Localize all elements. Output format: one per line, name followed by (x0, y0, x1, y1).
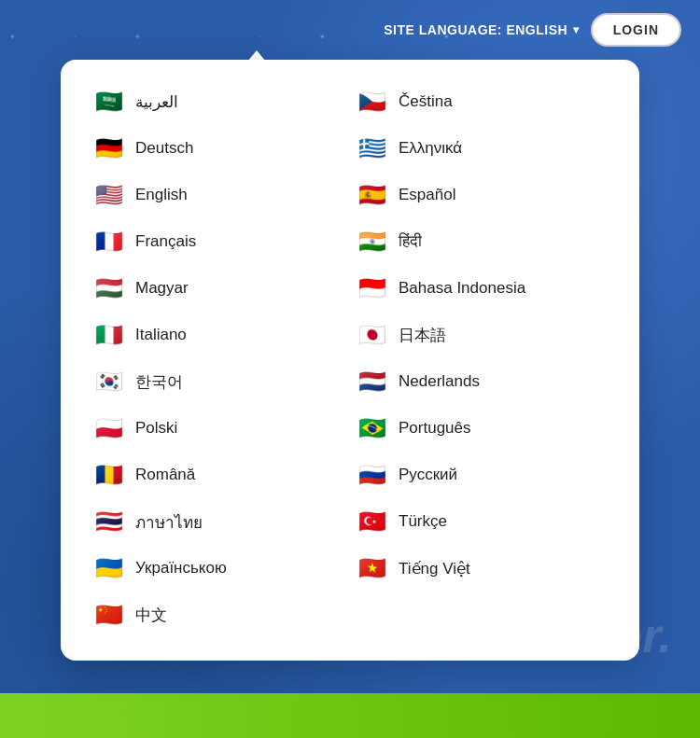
ukrainian-label: Українською (135, 559, 227, 578)
lang-item-polish[interactable]: 🇵🇱Polski (87, 405, 350, 452)
hindi-flag-icon: 🇮🇳 (357, 229, 387, 255)
lang-item-ukrainian[interactable]: 🇺🇦Українською (87, 545, 350, 592)
lang-item-russian[interactable]: 🇷🇺Русский (350, 452, 613, 498)
hindi-label: हिंदी (399, 232, 422, 251)
lang-item-hungarian[interactable]: 🇭🇺Magyar (87, 265, 350, 312)
lang-item-french[interactable]: 🇫🇷Français (87, 218, 350, 265)
lang-item-chinese[interactable]: 🇨🇳中文 (87, 592, 350, 638)
lang-item-vietnamese[interactable]: 🇻🇳Tiếng Việt (350, 545, 613, 592)
turkish-label: Türkçe (399, 512, 447, 531)
turkish-flag-icon: 🇹🇷 (357, 508, 387, 535)
lang-item-czech[interactable]: 🇨🇿Čeština (350, 78, 613, 125)
spanish-label: Español (399, 186, 455, 204)
lang-item-dutch[interactable]: 🇳🇱Nederlands (350, 358, 613, 405)
lang-item-arabic[interactable]: 🇸🇦العربية (87, 78, 350, 125)
japanese-flag-icon: 🇯🇵 (357, 322, 387, 348)
language-dropdown: 🇸🇦العربية🇨🇿Čeština🇩🇪Deutsch🇬🇷Ελληνικά🇺🇸E… (0, 60, 700, 661)
lang-item-german[interactable]: 🇩🇪Deutsch (87, 125, 350, 172)
arabic-flag-icon: 🇸🇦 (94, 89, 124, 115)
czech-flag-icon: 🇨🇿 (357, 89, 387, 115)
lang-item-thai[interactable]: 🇹🇭ภาษาไทย (87, 498, 350, 545)
italian-flag-icon: 🇮🇹 (94, 322, 124, 348)
japanese-label: 日本語 (399, 325, 446, 346)
login-button[interactable]: LOGIN (591, 13, 681, 47)
polish-flag-icon: 🇵🇱 (94, 415, 124, 441)
greek-label: Ελληνικά (399, 139, 462, 158)
vietnamese-flag-icon: 🇻🇳 (357, 555, 387, 581)
spanish-flag-icon: 🇪🇸 (357, 182, 387, 208)
language-grid: 🇸🇦العربية🇨🇿Čeština🇩🇪Deutsch🇬🇷Ελληνικά🇺🇸E… (87, 78, 613, 638)
german-label: Deutsch (135, 139, 193, 158)
indonesian-flag-icon: 🇮🇩 (357, 275, 387, 301)
russian-label: Русский (399, 466, 457, 484)
german-flag-icon: 🇩🇪 (94, 135, 124, 161)
dutch-flag-icon: 🇳🇱 (357, 369, 387, 395)
portuguese-label: Português (399, 419, 471, 438)
russian-flag-icon: 🇷🇺 (357, 462, 387, 488)
english-label: English (135, 186, 188, 204)
lang-item-turkish[interactable]: 🇹🇷Türkçe (350, 498, 613, 545)
indonesian-label: Bahasa Indonesia (399, 279, 525, 298)
polish-label: Polski (135, 419, 177, 438)
french-label: Français (135, 232, 196, 251)
arabic-label: العربية (135, 92, 178, 112)
italian-label: Italiano (135, 326, 187, 344)
lang-item-spanish[interactable]: 🇪🇸Español (350, 172, 613, 218)
czech-label: Čeština (399, 92, 453, 111)
hungarian-label: Magyar (135, 279, 189, 298)
chinese-label: 中文 (135, 605, 167, 626)
greek-flag-icon: 🇬🇷 (357, 135, 387, 161)
bottom-bar (0, 693, 700, 738)
english-flag-icon: 🇺🇸 (94, 182, 124, 208)
dropdown-panel: 🇸🇦العربية🇨🇿Čeština🇩🇪Deutsch🇬🇷Ελληνικά🇺🇸E… (61, 60, 639, 661)
hungarian-flag-icon: 🇭🇺 (94, 275, 124, 301)
lang-item-hindi[interactable]: 🇮🇳हिंदी (350, 218, 613, 265)
lang-item-romanian[interactable]: 🇷🇴Română (87, 452, 350, 498)
dutch-label: Nederlands (399, 372, 480, 391)
thai-flag-icon: 🇹🇭 (94, 508, 124, 535)
lang-item-japanese[interactable]: 🇯🇵日本語 (350, 312, 613, 358)
lang-item-indonesian[interactable]: 🇮🇩Bahasa Indonesia (350, 265, 613, 312)
lang-item-greek[interactable]: 🇬🇷Ελληνικά (350, 125, 613, 172)
site-language-label: SITE LANGUAGE: ENGLISH (384, 22, 567, 37)
romanian-flag-icon: 🇷🇴 (94, 462, 124, 488)
thai-label: ภาษาไทย (135, 509, 203, 535)
lang-item-korean[interactable]: 🇰🇷한국어 (87, 358, 350, 405)
chinese-flag-icon: 🇨🇳 (94, 602, 124, 628)
french-flag-icon: 🇫🇷 (94, 229, 124, 255)
lang-item-portuguese[interactable]: 🇧🇷Português (350, 405, 613, 452)
site-language-button[interactable]: SITE LANGUAGE: ENGLISH ▾ (384, 22, 579, 37)
portuguese-flag-icon: 🇧🇷 (357, 415, 387, 441)
korean-label: 한국어 (135, 371, 183, 393)
header: SITE LANGUAGE: ENGLISH ▾ LOGIN (0, 0, 700, 60)
lang-item-italian[interactable]: 🇮🇹Italiano (87, 312, 350, 358)
chevron-down-icon: ▾ (573, 23, 580, 36)
ukrainian-flag-icon: 🇺🇦 (94, 555, 124, 581)
vietnamese-label: Tiếng Việt (399, 559, 470, 578)
korean-flag-icon: 🇰🇷 (94, 369, 124, 395)
lang-item-english[interactable]: 🇺🇸English (87, 172, 350, 218)
romanian-label: Română (135, 466, 195, 484)
